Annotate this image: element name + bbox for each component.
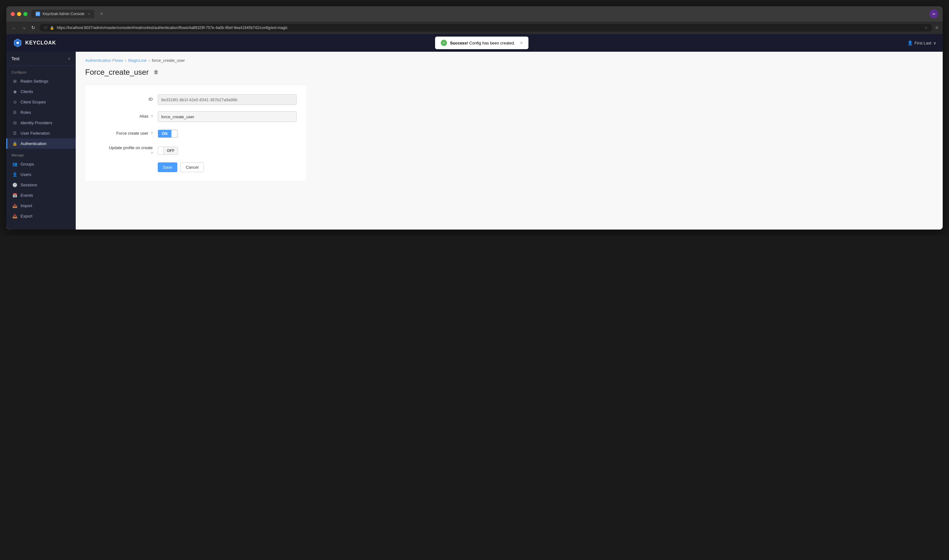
roles-icon: ☰ [12,110,17,115]
force-create-user-group: Force create user ? ON [95,128,297,139]
update-profile-label-stacked: Update profile on create ? [95,145,158,155]
maximize-window-button[interactable] [23,12,28,16]
breadcrumb-authentication-flows[interactable]: Authentication Flows [85,58,123,63]
sidebar-item-import[interactable]: 📤 Import [6,200,76,211]
events-label: Events [20,193,33,198]
users-label: Users [20,172,31,177]
sidebar-item-events[interactable]: 📅 Events [6,190,76,200]
alias-input[interactable] [158,111,297,122]
success-check-icon: ✓ [441,40,447,46]
form-container: ID Alias ? Force create u [85,85,306,181]
user-federation-icon: ☰ [12,131,17,135]
new-tab-button[interactable]: + [98,11,105,17]
toast-close-button[interactable]: × [520,40,523,45]
svg-point-2 [16,42,19,44]
client-scopes-icon: ⊙ [12,100,17,105]
force-create-user-toggle-container: ON [158,128,178,139]
force-create-user-label: Force create user ? [95,128,158,135]
save-button[interactable]: Save [158,162,177,172]
sessions-label: Sessions [20,183,37,187]
sidebar: Test ∨ Configure ⊞ Realm Settings ◉ Clie… [6,52,76,229]
browser-profile-icon: ∞ [929,9,938,18]
cancel-button[interactable]: Cancel [180,162,204,172]
import-label: Import [20,203,32,208]
sidebar-item-export[interactable]: 📥 Export [6,211,76,222]
users-icon: 👤 [12,172,17,177]
id-label: ID [95,94,158,102]
content-area: Authentication Flows › MagicLink › force… [76,52,943,229]
user-menu-chevron: ∨ [933,41,937,45]
breadcrumb: Authentication Flows › MagicLink › force… [85,58,933,63]
events-icon: 📅 [12,193,17,198]
identity-providers-icon: ⊟ [12,120,17,125]
form-actions: Save Cancel [158,162,297,172]
toggle-knob [172,130,177,137]
toast-message: Success! Config has been created. [450,41,515,45]
update-profile-group: Update profile on create ? OFF [95,145,297,156]
close-window-button[interactable] [11,12,15,16]
sidebar-item-client-scopes[interactable]: ⊙ Client Scopes [6,97,76,107]
active-tab[interactable]: KC Keycloak Admin Console × [31,10,94,18]
sidebar-item-sessions[interactable]: 🕐 Sessions [6,180,76,190]
realm-settings-label: Realm Settings [20,79,48,83]
id-form-group: ID [95,94,297,105]
id-input[interactable] [158,94,297,105]
forward-button[interactable]: → [20,24,27,32]
toggle-off-label: OFF [164,147,178,154]
alias-form-group: Alias ? [95,111,297,122]
realm-name: Test [11,56,20,61]
logo-text: KEYCLOAK [25,40,56,46]
sidebar-item-realm-settings[interactable]: ⊞ Realm Settings [6,76,76,86]
url-field[interactable]: 🛡 🔒 https://localhost:8037/admin/master/… [39,24,932,32]
update-profile-toggle[interactable]: OFF [158,147,178,155]
user-icon: 👤 [907,40,913,45]
client-scopes-label: Client Scopes [20,100,46,105]
lock-icon: 🔒 [50,26,54,30]
breadcrumb-sep-1: › [125,58,126,63]
export-icon: 📥 [12,214,17,218]
sidebar-item-authentication[interactable]: 🔒 Authentication [6,138,76,149]
sidebar-item-groups[interactable]: 👥 Groups [6,159,76,169]
security-icon: 🛡 [44,26,47,30]
sidebar-item-identity-providers[interactable]: ⊟ Identity Providers [6,118,76,128]
groups-label: Groups [20,162,34,166]
user-federation-label: User Federation [20,131,50,135]
force-create-user-help-icon[interactable]: ? [151,131,153,135]
export-label: Export [20,214,32,218]
keycloak-logo-icon [12,38,23,48]
breadcrumb-magiclink[interactable]: MagicLink [128,58,147,63]
realm-selector[interactable]: Test ∨ [6,52,76,66]
sidebar-item-roles[interactable]: ☰ Roles [6,107,76,118]
bookmark-icon[interactable]: ☆ [924,26,928,30]
user-menu[interactable]: 👤 First Last ∨ [907,40,937,45]
roles-label: Roles [20,110,31,115]
minimize-window-button[interactable] [17,12,21,16]
update-profile-help-icon[interactable]: ? [95,151,153,155]
keycloak-logo: KEYCLOAK [12,38,56,48]
authentication-label: Authentication [20,141,46,146]
sidebar-item-user-federation[interactable]: ☰ User Federation [6,128,76,138]
sidebar-item-users[interactable]: 👤 Users [6,169,76,180]
update-profile-main-label: Update profile on create [95,145,153,150]
force-create-user-toggle[interactable]: ON [158,129,178,138]
reload-button[interactable]: ↻ [30,24,36,32]
delete-button[interactable]: 🗑 [153,68,160,76]
page-title-row: Force_create_user 🗑 [85,68,933,77]
page-title: Force_create_user [85,68,149,77]
clients-icon: ◉ [12,89,17,94]
authentication-icon: 🔒 [12,141,17,146]
alias-help-icon[interactable]: ? [151,114,153,118]
app-header: KEYCLOAK ✓ Success! Config has been crea… [6,34,943,52]
breadcrumb-current: force_create_user [152,58,185,63]
sessions-icon: 🕐 [12,183,17,187]
back-button[interactable]: ← [11,24,17,32]
browser-menu-button[interactable]: ≡ [935,25,938,31]
sidebar-item-clients[interactable]: ◉ Clients [6,86,76,97]
groups-icon: 👥 [12,162,17,166]
traffic-lights [11,12,28,16]
toggle-on-label: ON [158,130,171,137]
url-text: https://localhost:8037/admin/master/cons… [57,26,922,30]
realm-chevron-icon: ∨ [68,57,71,61]
manage-section-label: Manage [6,149,76,159]
tab-close-button[interactable]: × [88,12,90,16]
